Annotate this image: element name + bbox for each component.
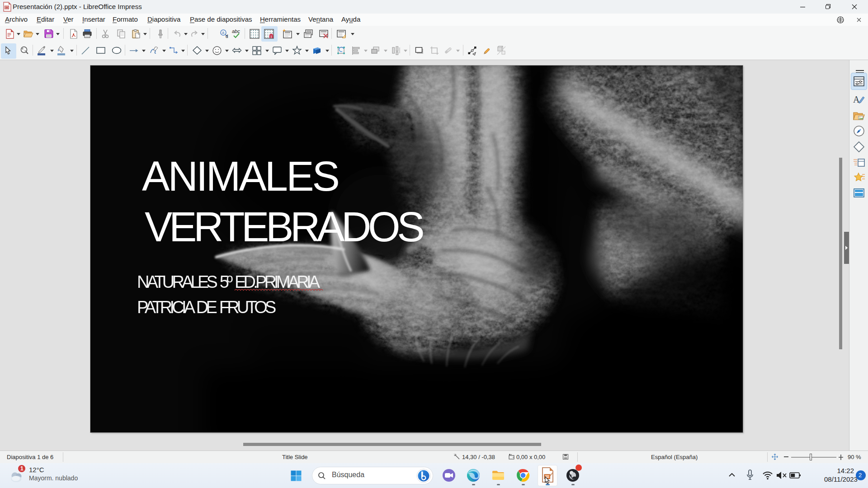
svg-text:d: d bbox=[226, 34, 228, 39]
svg-text:a: a bbox=[222, 30, 224, 35]
svg-text:abc: abc bbox=[232, 28, 240, 34]
